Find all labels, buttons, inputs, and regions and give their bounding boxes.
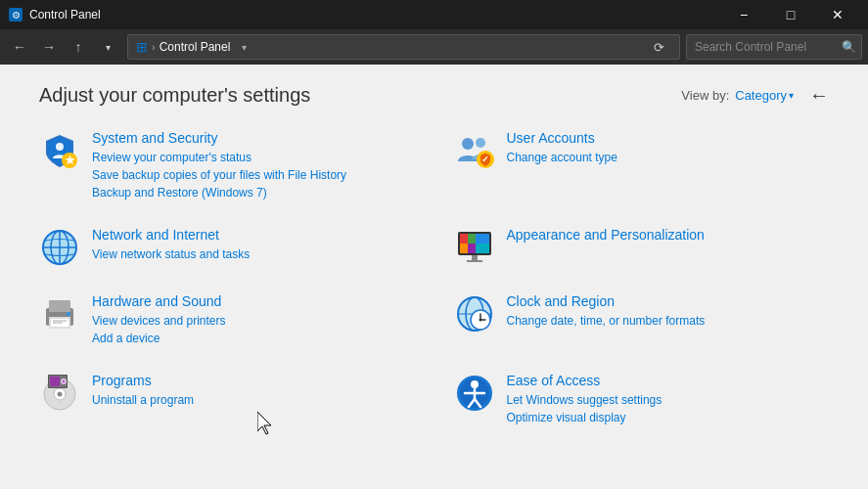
link-change-date[interactable]: Change date, time, or number formats [507,312,706,330]
user-accounts-content: User Accounts Change account type [507,130,617,166]
clock-region-content: Clock and Region Change date, time, or n… [507,293,706,330]
arrow-indicator-icon: ← [809,84,829,107]
page-title: Adjust your computer's settings [39,84,310,107]
programs-content: Programs Uninstall a program [92,373,194,409]
clock-region-title[interactable]: Clock and Region [507,293,706,309]
user-accounts-icon: ✓ [454,130,495,171]
programs-icon [39,373,80,414]
clock-region-icon [454,293,495,334]
svg-point-6 [476,138,485,148]
svg-point-41 [58,392,63,397]
restore-button[interactable]: □ [768,0,813,29]
search-input[interactable] [686,34,862,60]
category-ease-access: Ease of Access Let Windows suggest setti… [454,373,830,426]
system-security-icon: ★ [39,130,80,171]
svg-text:✓: ✓ [481,155,489,164]
svg-rect-20 [468,244,476,253]
back-button[interactable]: ← [6,33,33,61]
chevron-down-icon: ▾ [789,90,794,101]
ease-access-title[interactable]: Ease of Access [507,373,662,388]
svg-rect-22 [472,255,478,260]
svg-rect-19 [460,244,468,253]
svg-point-46 [63,380,65,382]
search-button[interactable]: 🔍 [839,37,858,57]
appearance-content: Appearance and Personalization [507,227,705,245]
refresh-button[interactable]: ⟳ [646,34,671,60]
link-change-account-type[interactable]: Change account type [507,149,617,166]
svg-rect-23 [467,260,482,262]
system-security-title[interactable]: System and Security [92,130,346,146]
breadcrumb-root-icon: ⊞ [136,39,148,55]
link-add-device[interactable]: Add a device [92,330,226,347]
network-internet-icon [39,227,80,268]
appearance-icon [454,227,495,268]
link-backup-restore[interactable]: Backup and Restore (Windows 7) [92,184,346,201]
recent-button[interactable]: ▾ [94,33,121,61]
hardware-sound-icon [39,293,80,334]
category-system-security: ★ System and Security Review your comput… [39,130,415,201]
search-container: 🔍 [686,34,862,60]
svg-rect-16 [460,234,468,244]
nav-bar: ← → ↑ ▾ ⊞ › Control Panel ▾ ⟳ 🔍 [0,29,868,65]
link-review-status[interactable]: Review your computer's status [92,149,346,166]
address-bar[interactable]: ⊞ › Control Panel ▾ ⟳ [127,34,680,60]
link-suggest-settings[interactable]: Let Windows suggest settings [507,391,662,409]
link-view-devices[interactable]: View devices and printers [92,312,226,330]
category-network-internet: Network and Internet View network status… [39,227,415,268]
svg-point-5 [462,138,474,150]
user-accounts-title[interactable]: User Accounts [507,130,617,146]
appearance-title[interactable]: Appearance and Personalization [507,227,705,243]
close-button[interactable]: ✕ [815,0,860,29]
link-network-status[interactable]: View network status and tasks [92,245,250,263]
ease-access-content: Ease of Access Let Windows suggest setti… [507,373,662,426]
svg-text:⚙: ⚙ [12,10,21,21]
category-programs: Programs Uninstall a program [39,373,415,426]
title-bar-buttons: − □ ✕ [721,0,860,29]
hardware-sound-content: Hardware and Sound View devices and prin… [92,293,226,347]
view-by-dropdown[interactable]: Category ▾ [735,88,794,103]
programs-title[interactable]: Programs [92,373,194,388]
svg-text:★: ★ [65,154,75,167]
network-internet-content: Network and Internet View network status… [92,227,250,263]
svg-point-28 [67,312,70,316]
svg-rect-44 [50,377,60,386]
hardware-sound-title[interactable]: Hardware and Sound [92,293,226,309]
svg-rect-18 [476,234,489,244]
app-icon: ⚙ [8,7,23,22]
svg-rect-21 [476,244,489,253]
category-hardware-sound: Hardware and Sound View devices and prin… [39,293,415,347]
link-backup-files[interactable]: Save backup copies of your files with Fi… [92,166,346,184]
forward-button[interactable]: → [35,33,63,61]
svg-point-49 [471,380,479,388]
network-internet-title[interactable]: Network and Internet [92,227,250,243]
title-bar-text: Control Panel [29,8,721,22]
svg-rect-25 [49,300,70,312]
breadcrumb-path: Control Panel [160,40,231,54]
view-by-label: View by: [681,88,729,103]
ease-access-icon [454,373,495,414]
settings-grid: ★ System and Security Review your comput… [39,130,829,436]
link-optimize-visual[interactable]: Optimize visual display [507,409,662,426]
link-uninstall[interactable]: Uninstall a program [92,391,194,409]
svg-rect-17 [468,234,476,244]
category-user-accounts: ✓ User Accounts Change account type [454,130,830,201]
header-row: Adjust your computer's settings View by:… [39,84,829,107]
title-bar: ⚙ Control Panel − □ ✕ [0,0,868,29]
category-appearance: Appearance and Personalization [454,227,830,268]
address-dropdown-button[interactable]: ▾ [234,37,253,57]
main-content: Adjust your computer's settings View by:… [0,65,868,489]
up-button[interactable]: ↑ [65,33,92,61]
svg-point-2 [56,143,64,151]
svg-point-38 [479,319,481,322]
minimize-button[interactable]: − [721,0,766,29]
system-security-content: System and Security Review your computer… [92,130,346,201]
category-clock-region: Clock and Region Change date, time, or n… [454,293,830,347]
breadcrumb-sep: › [152,41,156,53]
view-by-control: View by: Category ▾ ← [681,84,829,107]
breadcrumb: ⊞ › Control Panel ▾ [136,37,642,57]
